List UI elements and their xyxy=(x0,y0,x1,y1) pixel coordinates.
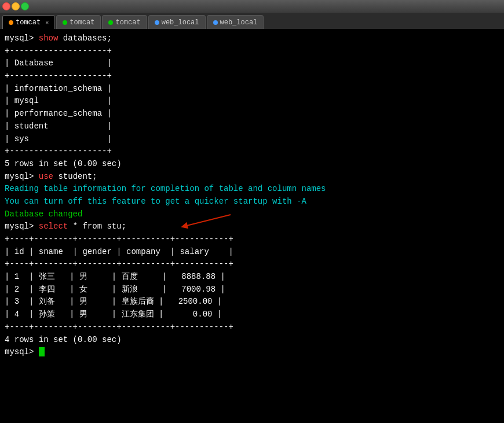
tab-tab1[interactable]: tomcat✕ xyxy=(2,15,55,29)
terminal-line: +--------------------+ xyxy=(5,145,499,158)
terminal-line: | mysql | xyxy=(5,95,499,108)
tab-dot-orange xyxy=(9,20,13,25)
terminal-line: | performance_schema | xyxy=(5,108,499,120)
terminal-line: 5 rows in set (0.00 sec) xyxy=(5,158,499,171)
terminal-line: You can turn off this feature to get a q… xyxy=(5,196,499,208)
terminal-line: | information_schema | xyxy=(5,83,499,95)
terminal-line: +----+--------+--------+----------+-----… xyxy=(5,233,499,246)
terminal-line: mysql> show databases; xyxy=(5,32,499,45)
terminal-line: | student | xyxy=(5,120,499,133)
minimize-button[interactable] xyxy=(12,2,20,10)
tab-dot-green xyxy=(63,20,67,25)
terminal-line: +--------------------+ xyxy=(5,70,499,83)
terminal-prompt: mysql> xyxy=(5,347,39,356)
terminal-line: | 2 | 李四 | 女 | 新浪 | 7000.98 | xyxy=(5,284,499,296)
terminal-line: +----+--------+--------+----------+-----… xyxy=(5,321,499,334)
tab-tab2[interactable]: tomcat xyxy=(56,15,101,29)
terminal-line: Reading table information for completion… xyxy=(5,183,499,196)
terminal-line: | 4 | 孙策 | 男 | 江东集团 | 0.00 | xyxy=(5,308,499,321)
terminal-line: +--------------------+ xyxy=(5,45,499,58)
close-button[interactable] xyxy=(2,2,10,10)
terminal-line: | sys | xyxy=(5,133,499,146)
tab-bar: tomcat✕tomcattomcatweb_localweb_local xyxy=(0,13,504,29)
tab-dot-blue xyxy=(155,20,159,25)
tab-tab3[interactable]: tomcat xyxy=(102,15,147,29)
terminal-line: mysql> use student; xyxy=(5,171,499,183)
terminal-line: mysql> select * from stu; xyxy=(5,220,499,233)
tab-close-icon[interactable]: ✕ xyxy=(45,19,49,26)
tab-label: tomcat xyxy=(115,19,140,27)
tab-dot-blue xyxy=(213,20,218,25)
tab-label: web_local xyxy=(162,19,199,27)
terminal-line: Database changed xyxy=(5,208,499,221)
terminal-line: | 1 | 张三 | 男 | 百度 | 8888.88 | xyxy=(5,271,499,284)
terminal-cursor xyxy=(39,347,45,356)
tab-label: tomcat xyxy=(16,19,41,27)
terminal-line: mysql> xyxy=(5,346,499,359)
terminal-line: | Database | xyxy=(5,57,499,70)
maximize-button[interactable] xyxy=(21,2,29,10)
terminal-line: | 3 | 刘备 | 男 | 皇族后裔 | 2500.00 | xyxy=(5,296,499,308)
terminal-line: +----+--------+--------+----------+-----… xyxy=(5,258,499,271)
tab-label: tomcat xyxy=(70,19,94,27)
terminal[interactable]: mysql> show databases;+-----------------… xyxy=(0,29,504,423)
title-bar xyxy=(0,0,504,13)
terminal-line: 4 rows in set (0.00 sec) xyxy=(5,334,499,347)
tab-dot-green xyxy=(108,20,113,25)
terminal-line: | id | sname | gender | company | salary… xyxy=(5,246,499,259)
tab-tab5[interactable]: web_local xyxy=(207,15,264,29)
tab-tab4[interactable]: web_local xyxy=(148,15,206,29)
tab-label: web_local xyxy=(220,19,258,27)
